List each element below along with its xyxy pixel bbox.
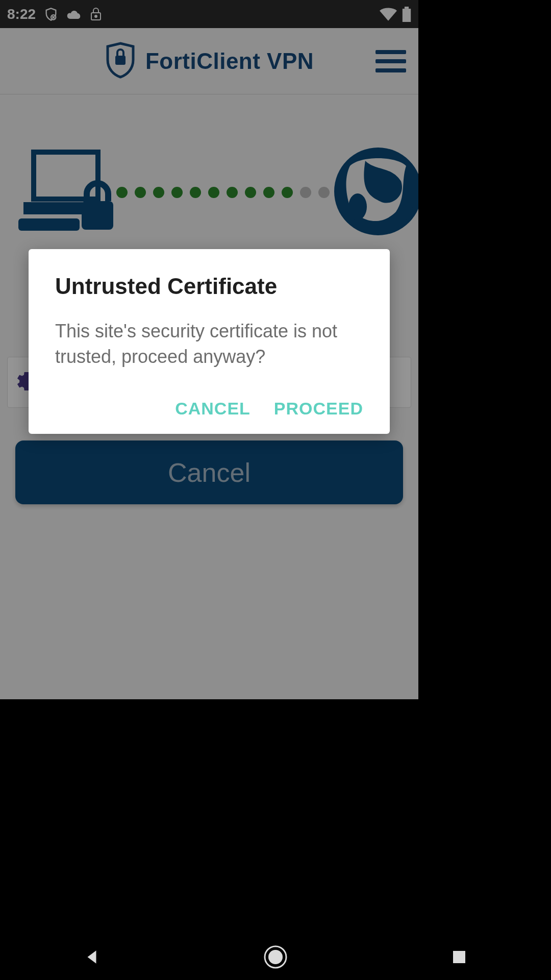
- dialog-body: This site's security certificate is not …: [55, 318, 363, 370]
- dialog-cancel-button[interactable]: CANCEL: [175, 399, 251, 419]
- dialog-proceed-button[interactable]: PROCEED: [274, 399, 363, 419]
- untrusted-cert-dialog: Untrusted Certificate This site's securi…: [29, 249, 390, 434]
- dialog-title: Untrusted Certificate: [55, 274, 363, 299]
